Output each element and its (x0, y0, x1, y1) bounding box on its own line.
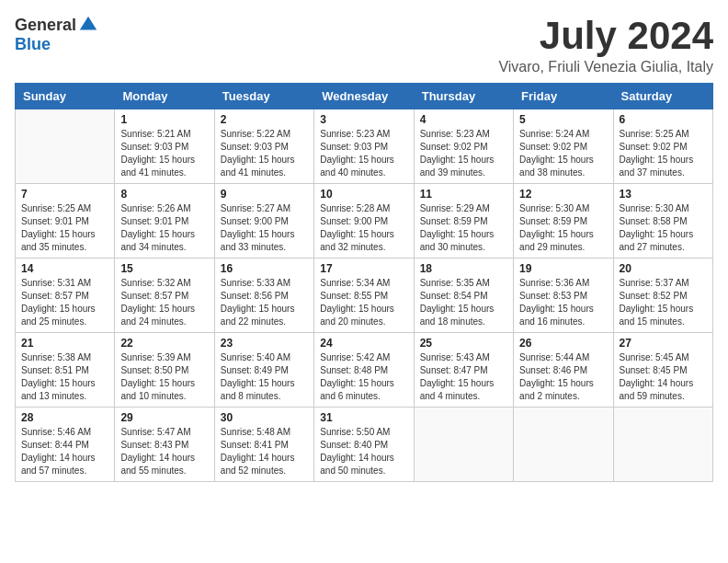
calendar-cell: 8Sunrise: 5:26 AM Sunset: 9:01 PM Daylig… (115, 184, 214, 259)
calendar-cell: 10Sunrise: 5:28 AM Sunset: 9:00 PM Dayli… (314, 184, 414, 259)
cell-details: Sunrise: 5:50 AM Sunset: 8:40 PM Dayligh… (320, 426, 407, 477)
calendar-cell: 23Sunrise: 5:40 AM Sunset: 8:49 PM Dayli… (214, 333, 313, 408)
calendar-week-row: 14Sunrise: 5:31 AM Sunset: 8:57 PM Dayli… (16, 259, 713, 333)
calendar-cell (414, 408, 513, 482)
cell-details: Sunrise: 5:43 AM Sunset: 8:47 PM Dayligh… (420, 351, 507, 403)
calendar-cell: 3Sunrise: 5:23 AM Sunset: 9:03 PM Daylig… (314, 109, 414, 184)
day-number: 4 (420, 113, 507, 126)
calendar-cell: 30Sunrise: 5:48 AM Sunset: 8:41 PM Dayli… (214, 408, 313, 482)
day-number: 24 (320, 337, 407, 350)
calendar-cell: 12Sunrise: 5:30 AM Sunset: 8:59 PM Dayli… (514, 184, 613, 259)
cell-details: Sunrise: 5:38 AM Sunset: 8:51 PM Dayligh… (21, 351, 108, 403)
day-number: 27 (620, 337, 707, 350)
day-number: 25 (420, 337, 507, 350)
cell-details: Sunrise: 5:29 AM Sunset: 8:59 PM Dayligh… (420, 202, 507, 254)
day-number: 2 (221, 113, 308, 126)
day-number: 1 (120, 113, 208, 126)
cell-details: Sunrise: 5:48 AM Sunset: 8:41 PM Dayligh… (221, 426, 308, 477)
day-number: 26 (519, 337, 607, 350)
calendar-cell: 13Sunrise: 5:30 AM Sunset: 8:58 PM Dayli… (613, 184, 712, 259)
day-number: 14 (21, 262, 108, 275)
day-number: 3 (320, 113, 407, 126)
day-header-wednesday: Wednesday (314, 84, 414, 109)
day-number: 13 (620, 188, 707, 201)
cell-details: Sunrise: 5:32 AM Sunset: 8:57 PM Dayligh… (120, 277, 208, 328)
cell-details: Sunrise: 5:25 AM Sunset: 9:01 PM Dayligh… (21, 202, 108, 254)
logo: General Blue (15, 15, 98, 54)
day-number: 19 (519, 262, 607, 275)
day-number: 16 (221, 262, 308, 275)
cell-details: Sunrise: 5:34 AM Sunset: 8:55 PM Dayligh… (320, 277, 407, 328)
calendar-cell: 26Sunrise: 5:44 AM Sunset: 8:46 PM Dayli… (514, 333, 613, 408)
day-number: 15 (120, 262, 208, 275)
calendar-cell: 7Sunrise: 5:25 AM Sunset: 9:01 PM Daylig… (16, 184, 115, 259)
day-number: 20 (620, 262, 707, 275)
calendar-cell: 1Sunrise: 5:21 AM Sunset: 9:03 PM Daylig… (115, 109, 214, 184)
calendar-cell: 9Sunrise: 5:27 AM Sunset: 9:00 PM Daylig… (214, 184, 313, 259)
calendar-cell (613, 408, 712, 482)
svg-marker-0 (80, 17, 97, 30)
calendar-cell: 5Sunrise: 5:24 AM Sunset: 9:02 PM Daylig… (514, 109, 613, 184)
day-number: 30 (221, 411, 308, 424)
cell-details: Sunrise: 5:28 AM Sunset: 9:00 PM Dayligh… (320, 202, 407, 254)
cell-details: Sunrise: 5:47 AM Sunset: 8:43 PM Dayligh… (120, 426, 208, 477)
cell-details: Sunrise: 5:35 AM Sunset: 8:54 PM Dayligh… (420, 277, 507, 328)
day-number: 29 (120, 411, 208, 424)
location-subtitle: Vivaro, Friuli Venezia Giulia, Italy (498, 59, 713, 75)
title-block: July 2024 Vivaro, Friuli Venezia Giulia,… (498, 15, 713, 75)
calendar-cell: 29Sunrise: 5:47 AM Sunset: 8:43 PM Dayli… (115, 408, 214, 482)
calendar-cell: 25Sunrise: 5:43 AM Sunset: 8:47 PM Dayli… (414, 333, 513, 408)
day-number: 23 (221, 337, 308, 350)
cell-details: Sunrise: 5:30 AM Sunset: 8:58 PM Dayligh… (620, 202, 707, 254)
cell-details: Sunrise: 5:31 AM Sunset: 8:57 PM Dayligh… (21, 277, 108, 328)
day-header-thursday: Thursday (414, 84, 513, 109)
calendar-cell (514, 408, 613, 482)
cell-details: Sunrise: 5:26 AM Sunset: 9:01 PM Dayligh… (120, 202, 208, 254)
calendar-cell: 11Sunrise: 5:29 AM Sunset: 8:59 PM Dayli… (414, 184, 513, 259)
calendar-cell: 2Sunrise: 5:22 AM Sunset: 9:03 PM Daylig… (214, 109, 313, 184)
day-header-sunday: Sunday (16, 84, 115, 109)
cell-details: Sunrise: 5:23 AM Sunset: 9:02 PM Dayligh… (420, 128, 507, 179)
cell-details: Sunrise: 5:23 AM Sunset: 9:03 PM Dayligh… (320, 128, 407, 179)
calendar-cell: 4Sunrise: 5:23 AM Sunset: 9:02 PM Daylig… (414, 109, 513, 184)
calendar-cell: 28Sunrise: 5:46 AM Sunset: 8:44 PM Dayli… (16, 408, 115, 482)
calendar-cell: 6Sunrise: 5:25 AM Sunset: 9:02 PM Daylig… (613, 109, 712, 184)
calendar-cell: 24Sunrise: 5:42 AM Sunset: 8:48 PM Dayli… (314, 333, 414, 408)
calendar-cell: 18Sunrise: 5:35 AM Sunset: 8:54 PM Dayli… (414, 259, 513, 333)
cell-details: Sunrise: 5:22 AM Sunset: 9:03 PM Dayligh… (221, 128, 308, 179)
calendar-cell: 17Sunrise: 5:34 AM Sunset: 8:55 PM Dayli… (314, 259, 414, 333)
calendar-week-row: 1Sunrise: 5:21 AM Sunset: 9:03 PM Daylig… (16, 109, 713, 184)
cell-details: Sunrise: 5:25 AM Sunset: 9:02 PM Dayligh… (620, 128, 707, 179)
calendar-cell: 20Sunrise: 5:37 AM Sunset: 8:52 PM Dayli… (613, 259, 712, 333)
cell-details: Sunrise: 5:44 AM Sunset: 8:46 PM Dayligh… (519, 351, 607, 403)
day-number: 17 (320, 262, 407, 275)
day-header-tuesday: Tuesday (214, 84, 313, 109)
calendar-cell: 19Sunrise: 5:36 AM Sunset: 8:53 PM Dayli… (514, 259, 613, 333)
cell-details: Sunrise: 5:30 AM Sunset: 8:59 PM Dayligh… (519, 202, 607, 254)
calendar-week-row: 21Sunrise: 5:38 AM Sunset: 8:51 PM Dayli… (16, 333, 713, 408)
calendar-cell: 14Sunrise: 5:31 AM Sunset: 8:57 PM Dayli… (16, 259, 115, 333)
day-number: 22 (120, 337, 208, 350)
cell-details: Sunrise: 5:33 AM Sunset: 8:56 PM Dayligh… (221, 277, 308, 328)
calendar-cell: 22Sunrise: 5:39 AM Sunset: 8:50 PM Dayli… (115, 333, 214, 408)
day-header-monday: Monday (115, 84, 214, 109)
cell-details: Sunrise: 5:46 AM Sunset: 8:44 PM Dayligh… (21, 426, 108, 477)
day-number: 8 (120, 188, 208, 201)
cell-details: Sunrise: 5:37 AM Sunset: 8:52 PM Dayligh… (620, 277, 707, 328)
day-header-friday: Friday (514, 84, 613, 109)
cell-details: Sunrise: 5:36 AM Sunset: 8:53 PM Dayligh… (519, 277, 607, 328)
day-number: 28 (21, 411, 108, 424)
cell-details: Sunrise: 5:27 AM Sunset: 9:00 PM Dayligh… (221, 202, 308, 254)
cell-details: Sunrise: 5:45 AM Sunset: 8:45 PM Dayligh… (620, 351, 707, 403)
day-number: 18 (420, 262, 507, 275)
calendar-week-row: 7Sunrise: 5:25 AM Sunset: 9:01 PM Daylig… (16, 184, 713, 259)
day-number: 6 (620, 113, 707, 126)
calendar-cell (16, 109, 115, 184)
day-header-saturday: Saturday (613, 84, 712, 109)
page-header: General Blue July 2024 Vivaro, Friuli Ve… (15, 15, 713, 75)
calendar-cell: 21Sunrise: 5:38 AM Sunset: 8:51 PM Dayli… (16, 333, 115, 408)
logo-blue-text: Blue (15, 35, 51, 53)
logo-icon (78, 15, 98, 35)
calendar-cell: 27Sunrise: 5:45 AM Sunset: 8:45 PM Dayli… (613, 333, 712, 408)
calendar-cell: 15Sunrise: 5:32 AM Sunset: 8:57 PM Dayli… (115, 259, 214, 333)
